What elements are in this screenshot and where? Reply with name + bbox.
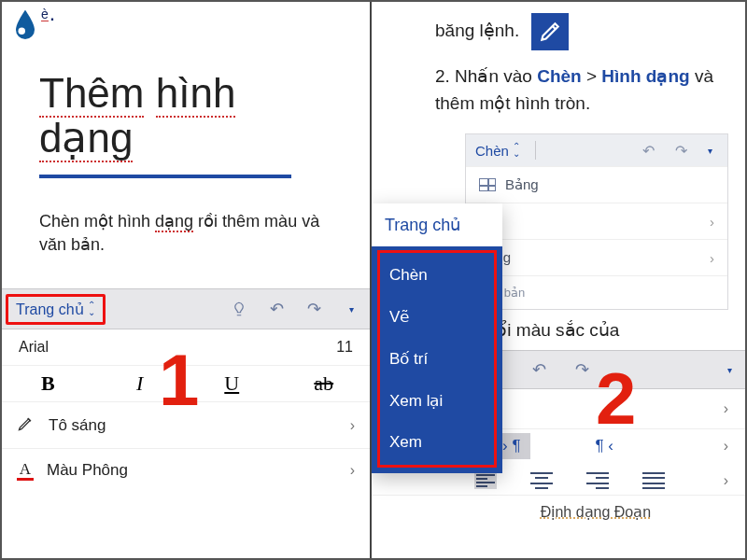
screenshot-step-2: băng lệnh. 2. Nhấn vào Chèn > Hình dạng … — [372, 2, 745, 558]
pilcrow-ltr-button[interactable]: ¶ ‹ — [586, 433, 624, 459]
dropdown-highlighted-group: Chèn Vẽ Bố trí Xem lại Xem — [377, 250, 497, 468]
undo-icon[interactable]: ↶ — [517, 359, 560, 380]
dropdown-item-view[interactable]: Xem — [380, 422, 494, 463]
redo-icon[interactable]: ↷ — [669, 142, 693, 160]
underline-button[interactable]: U — [186, 371, 278, 396]
align-center-icon[interactable] — [530, 472, 553, 489]
more-dropdown-icon[interactable]: ▾ — [332, 304, 370, 315]
fontcolor-row[interactable]: A Màu Phông › — [2, 449, 370, 492]
align-left-icon[interactable] — [474, 472, 497, 489]
dropdown-head[interactable]: Trang chủ — [372, 203, 502, 246]
ribbon-tab-label: Trang chủ — [16, 301, 84, 318]
format-row: B I U ab — [2, 366, 370, 402]
chevron-right-icon: › — [350, 417, 355, 434]
logo-text: è — [41, 7, 49, 21]
insert-table-row[interactable]: Bảng — [466, 166, 727, 203]
insert-shape-row[interactable]: dạng › — [466, 239, 727, 275]
dropdown-item-review[interactable]: Xem lại — [380, 380, 494, 422]
more-dropdown-icon[interactable]: ▾ — [727, 365, 732, 375]
lightbulb-icon[interactable] — [220, 301, 258, 317]
dropdown-item-layout[interactable]: Bố trí — [380, 338, 494, 380]
more-icon[interactable]: ▾ — [702, 146, 718, 156]
paragraph-format-label: Định dạng Đoạn — [372, 495, 745, 521]
document-title: Thêm hình dạng — [39, 71, 332, 178]
chevron-right-icon: › — [710, 250, 714, 266]
align-justify-icon[interactable] — [642, 472, 665, 489]
insert-ribbon: Chèn ⌃⌄ ↶ ↷ ▾ Bảng ảnh › dạng › — [465, 133, 728, 310]
font-name: Arial — [19, 339, 49, 356]
align-right-icon[interactable] — [586, 472, 609, 489]
svg-point-0 — [19, 28, 26, 35]
chevron-right-icon: › — [724, 438, 728, 455]
font-row[interactable]: Arial 11 — [2, 329, 370, 366]
chevron-right-icon: › — [350, 462, 355, 479]
document-body: Thêm hình dạng Chèn một hình dạng rồi th… — [2, 43, 370, 266]
insert-text-row[interactable]: Văn bản — [466, 275, 727, 309]
redo-icon[interactable]: ↷ — [295, 299, 332, 319]
screenshot-step-1: è. Thêm hình dạng Chèn một hình dạng rồi… — [2, 2, 372, 558]
dropdown-item-insert[interactable]: Chèn — [380, 255, 494, 296]
pen-icon — [17, 413, 35, 437]
highlight-label: Tô sáng — [49, 416, 106, 435]
ribbon-tab-dropdown: Trang chủ Chèn Vẽ Bố trí Xem lại Xem — [372, 203, 502, 473]
title-underline — [39, 175, 291, 178]
strike-button[interactable]: ab — [278, 371, 371, 396]
highlight-row[interactable]: Tô sáng › — [2, 402, 370, 449]
redo-icon[interactable]: ↷ — [560, 359, 603, 380]
font-color-icon: A — [17, 460, 34, 481]
water-drop-icon — [11, 7, 39, 43]
chevron-updown-icon: ⌃⌄ — [513, 143, 520, 158]
chevron-right-icon: › — [724, 472, 728, 489]
font-size: 11 — [336, 339, 353, 356]
chevron-right-icon: › — [710, 214, 714, 230]
logo-dot: . — [50, 7, 54, 24]
chevron-right-icon: › — [724, 400, 728, 417]
document-subtitle: Chèn một hình dạng rồi thêm màu và văn b… — [39, 210, 332, 257]
logo-row: è. — [2, 2, 370, 43]
bold-button[interactable]: B — [2, 371, 94, 396]
insert-tab[interactable]: Chèn ⌃⌄ — [475, 143, 520, 159]
fontcolor-label: Màu Phông — [47, 461, 128, 480]
table-icon — [479, 178, 496, 191]
undo-icon[interactable]: ↶ — [637, 142, 660, 160]
instruction-text: băng lệnh. 2. Nhấn vào Chèn > Hình dạng … — [372, 2, 745, 117]
ribbon-toolbar: Trang chủ ⌃⌄ ↶ ↷ ▾ — [2, 288, 370, 329]
insert-image-row[interactable]: ảnh › — [466, 203, 727, 239]
edit-pen-square-icon — [531, 13, 569, 50]
undo-icon[interactable]: ↶ — [258, 299, 295, 319]
italic-button[interactable]: I — [94, 371, 187, 396]
ribbon-tab-home[interactable]: Trang chủ ⌃⌄ — [6, 294, 106, 325]
dropdown-item-draw[interactable]: Vẽ — [380, 296, 494, 338]
chevron-updown-icon: ⌃⌄ — [88, 301, 95, 316]
